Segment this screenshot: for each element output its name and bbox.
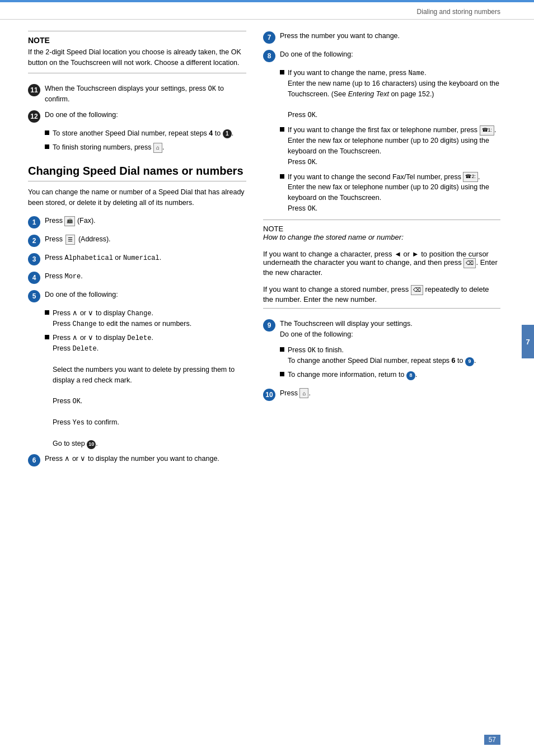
step-5-text: Do one of the following: — [45, 290, 246, 300]
bullet-icon — [45, 310, 49, 315]
bullet-icon — [45, 144, 49, 149]
step-12: 12 Do one of the following: — [28, 110, 246, 123]
step-5-bullet-1-text: Press ∧ or ∨ to display Change. Press Ch… — [53, 308, 191, 329]
step-8-bullet-1-text: If you want to change the name, press Na… — [288, 68, 500, 120]
step-num-10: 10 — [263, 389, 275, 401]
step-1-text: Press 📠 (Fax). — [45, 216, 246, 226]
step-8-bullets: If you want to change the name, press Na… — [280, 68, 500, 214]
step-num-3: 3 — [28, 253, 40, 265]
fax-icon: 📠 — [64, 216, 75, 226]
step-11-text: When the Touchscreen displays your setti… — [45, 83, 246, 105]
step-12-bullet-2: To finish storing numbers, press ⌂. — [45, 142, 246, 153]
step-8-text: Do one of the following: — [280, 49, 500, 60]
step-num-2: 2 — [28, 235, 40, 247]
address-icon: ☰ — [65, 235, 75, 245]
step-8-bullet-2-text: If you want to change the first fax or t… — [288, 125, 500, 167]
step-11: 11 When the Touchscreen displays your se… — [28, 83, 246, 105]
step-9-bullet-2-text: To change more information, return to 8. — [288, 370, 417, 380]
step-10-text: Press ⌂. — [280, 388, 500, 399]
step-7: 7 Press the number you want to change. — [263, 31, 500, 44]
step-3-text: Press Alphabetical or Numerical. — [45, 253, 246, 263]
bullet-icon — [280, 174, 284, 179]
step-1: 1 Press 📠 (Fax). — [28, 216, 246, 228]
header-text: Dialing and storing numbers — [417, 8, 500, 16]
tel2-icon: ☎2: — [463, 172, 478, 182]
step-4-text: Press More. — [45, 271, 246, 282]
note-right-para-1: If you want to change a character, press… — [263, 250, 500, 277]
step-num-4: 4 — [28, 272, 40, 284]
step-num-1: 1 — [28, 216, 40, 228]
step-2: 2 Press ☰ (Address). — [28, 234, 246, 247]
step-3: 3 Press Alphabetical or Numerical. — [28, 253, 246, 265]
page-container: Dialing and storing numbers 7 NOTE If th… — [0, 0, 534, 756]
step-8-bullet-3: If you want to change the second Fax/Tel… — [280, 172, 500, 214]
page-header: Dialing and storing numbers — [0, 2, 534, 20]
step-num-11: 11 — [28, 84, 40, 96]
step-num-6: 6 — [28, 454, 40, 466]
step-8-bullet-3-text: If you want to change the second Fax/Tel… — [288, 172, 500, 214]
step-5-bullet-2-text: Press ∧ or ∨ to display Delete. Press De… — [53, 333, 246, 449]
note-title: NOTE — [28, 36, 246, 45]
right-column: 7 Press the number you want to change. 8… — [263, 31, 500, 472]
bullet-icon — [45, 130, 49, 135]
step-12-bullet-2-text: To finish storing numbers, press ⌂. — [53, 142, 164, 153]
step-6-text: Press ∧ or ∨ to display the number you w… — [45, 454, 246, 464]
page-number: 57 — [484, 735, 500, 745]
backspace-icon-2: ⌫ — [411, 285, 423, 295]
step-2-text: Press ☰ (Address). — [45, 234, 246, 245]
step-9-bullet-1: Press OK to finish. To change another Sp… — [280, 345, 500, 366]
note-box-top: NOTE If the 2-digit Speed Dial location … — [28, 31, 246, 73]
section-heading-container: Changing Speed Dial names or numbers You… — [28, 164, 246, 208]
step-12-bullets: To store another Speed Dial number, repe… — [45, 128, 246, 153]
step-12-bullet-1: To store another Speed Dial number, repe… — [45, 128, 246, 139]
step-7-text: Press the number you want to change. — [280, 31, 500, 41]
step-5: 5 Do one of the following: — [28, 290, 246, 302]
note-box-right: NOTE How to change the stored name or nu… — [263, 220, 500, 309]
section-heading: Changing Speed Dial names or numbers — [28, 164, 246, 181]
bullet-icon — [280, 347, 284, 352]
backspace-icon-1: ⌫ — [463, 258, 476, 268]
step-9-bullets: Press OK to finish. To change another Sp… — [280, 345, 500, 380]
step-9: 9 The Touchscreen will display your sett… — [263, 319, 500, 340]
step-num-12: 12 — [28, 110, 40, 123]
note-text: If the 2-digit Speed Dial location you c… — [28, 47, 246, 68]
step-12-text: Do one of the following: — [45, 110, 246, 120]
left-column: NOTE If the 2-digit Speed Dial location … — [28, 31, 246, 472]
step-num-7: 7 — [263, 31, 275, 44]
main-content: NOTE If the 2-digit Speed Dial location … — [0, 20, 534, 483]
section-intro: You can change the name or number of a S… — [28, 187, 246, 208]
step-8-bullet-1: If you want to change the name, press Na… — [280, 68, 500, 120]
note-right-italic: How to change the stored name or number: — [263, 233, 500, 241]
step-9-text: The Touchscreen will display your settin… — [280, 319, 500, 340]
bullet-icon — [280, 372, 284, 376]
step-12-bullet-1-text: To store another Speed Dial number, repe… — [53, 128, 233, 139]
step-9-bullet-1-text: Press OK to finish. To change another Sp… — [288, 345, 476, 366]
step-8: 8 Do one of the following: — [263, 49, 500, 62]
bullet-icon — [280, 70, 284, 74]
step-6: 6 Press ∧ or ∨ to display the number you… — [28, 454, 246, 466]
side-tab: 7 — [522, 325, 534, 358]
bullet-icon — [45, 335, 49, 339]
step-num-9: 9 — [263, 319, 275, 332]
home-icon: ⌂ — [153, 143, 162, 153]
step-num-5: 5 — [28, 290, 40, 302]
step-5-bullet-1: Press ∧ or ∨ to display Change. Press Ch… — [45, 308, 246, 329]
step-5-bullets: Press ∧ or ∨ to display Change. Press Ch… — [45, 308, 246, 449]
step-num-8: 8 — [263, 50, 275, 62]
step-10: 10 Press ⌂. — [263, 388, 500, 401]
step-5-bullet-2: Press ∧ or ∨ to display Delete. Press De… — [45, 333, 246, 449]
tel1-icon: ☎1: — [480, 125, 495, 136]
home-icon-step10: ⌂ — [299, 388, 308, 398]
note-right-title: NOTE — [263, 225, 500, 233]
bullet-icon — [280, 127, 284, 132]
page-number-container: 57 — [484, 735, 500, 745]
step-4: 4 Press More. — [28, 271, 246, 284]
step-8-bullet-2: If you want to change the first fax or t… — [280, 125, 500, 167]
note-right-para-2: If you want to change a stored number, p… — [263, 285, 500, 304]
step-9-bullet-2: To change more information, return to 8. — [280, 370, 500, 380]
